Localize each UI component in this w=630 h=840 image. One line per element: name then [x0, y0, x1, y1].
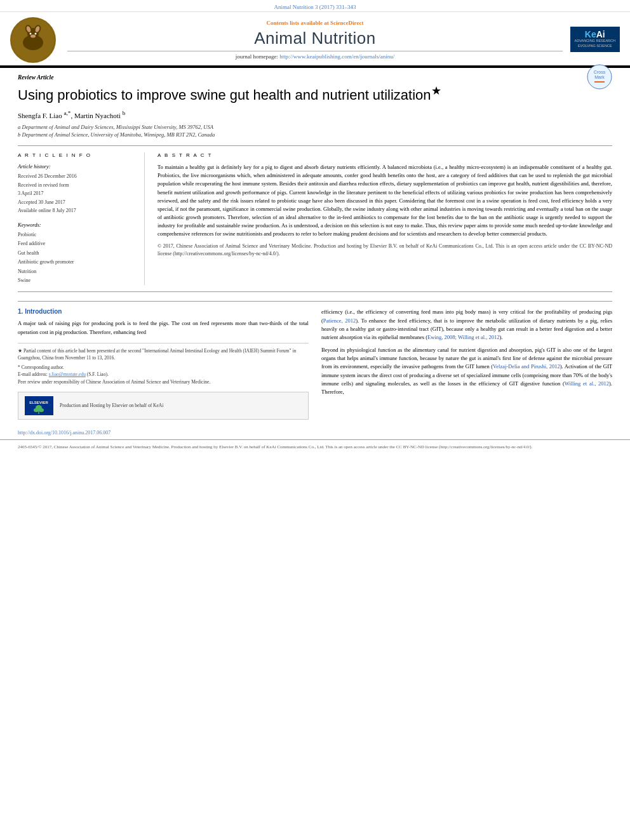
svg-point-18	[34, 408, 39, 412]
body-col-left: 1. Introduction A major task of raising …	[18, 308, 309, 420]
keai-logo-container: KeAi ADVANCING RESEARCH EVOLVING SCIENCE	[569, 27, 620, 51]
article-info-heading: A R T I C L E I N F O	[18, 152, 135, 158]
main-content: Review Article Using probiotics to impro…	[0, 68, 630, 426]
footnote-email-link[interactable]: s.liao@msstate.edu	[49, 371, 86, 377]
history-label: Article history:	[18, 163, 135, 170]
doi-anchor[interactable]: http://dx.doi.org/10.1016/j.aninu.2017.0…	[18, 430, 111, 436]
svg-point-7	[30, 33, 32, 35]
ref-ewing: Ewing, 2008; Willing et al., 2012	[427, 334, 499, 340]
kw-swine: Swine	[18, 276, 135, 285]
intro-section-title: 1. Introduction	[18, 308, 309, 315]
elsevier-box: ELSEVIER Production and Hosting by Elsev…	[18, 392, 309, 420]
keywords-label: Keywords:	[18, 222, 135, 228]
kw-feed-additive: Feed additive	[18, 239, 135, 248]
abstract-heading: A B S T R A C T	[158, 152, 612, 158]
homepage-line: journal homepage: http://www.keaipublish…	[67, 53, 563, 60]
body-col-right: efficiency (i.e., the efficiency of conv…	[321, 308, 612, 420]
article-title: Using probiotics to improve swine gut he…	[18, 83, 441, 105]
history-accepted: Accepted 30 June 2017	[18, 198, 135, 207]
svg-point-19	[39, 408, 44, 412]
keai-text: KeAi	[575, 30, 615, 39]
journal-left-logo	[10, 17, 61, 62]
elsevier-logo: ELSEVIER	[25, 396, 53, 415]
svg-text:Cross: Cross	[594, 70, 606, 74]
history-available: Available online 8 July 2017	[18, 206, 135, 215]
affiliation-b: b Department of Animal Science, Universi…	[18, 131, 612, 139]
footnote-email: E-mail address: s.liao@msstate.edu (S.F.…	[18, 371, 309, 378]
svg-point-9	[30, 35, 36, 38]
elsevier-text: Production and Hosting by Elsevier on be…	[60, 403, 163, 408]
animal-circle-logo	[10, 17, 56, 63]
crossmark-badge: Cross Mark	[587, 64, 612, 90]
kw-probiotic: Probiotic	[18, 230, 135, 239]
kw-gut-health: Gut health	[18, 249, 135, 258]
bottom-footer: 2405-6545/© 2017, Chinese Association of…	[0, 439, 630, 455]
history-received-revised: Received in revised form	[18, 181, 135, 190]
homepage-url[interactable]: http://www.keaipublishing.com/en/journal…	[279, 53, 394, 60]
article-info-column: A R T I C L E I N F O Article history: R…	[18, 152, 145, 285]
keai-logo: KeAi ADVANCING RESEARCH EVOLVING SCIENCE	[570, 27, 620, 51]
ref-patience: Patience, 2012	[323, 317, 356, 324]
footnote-section: ★ Partial content of this article had be…	[18, 343, 309, 420]
author-liao: Shengfa F. Liao a,*, Martin Nyachoti b	[18, 112, 125, 119]
kw-nutrition: Nutrition	[18, 267, 135, 276]
doi-link: http://dx.doi.org/10.1016/j.aninu.2017.0…	[0, 426, 630, 439]
svg-text:Mark: Mark	[594, 75, 605, 79]
ref-velzaj: Velzaj-Delia and Pirushi, 2012	[493, 363, 560, 370]
article-info-abstract-section: A R T I C L E I N F O Article history: R…	[18, 145, 612, 292]
footnote-star: ★ Partial content of this article had be…	[18, 347, 309, 362]
keai-sub1: ADVANCING RESEARCH	[575, 39, 615, 44]
copyright-text: © 2017, Chinese Association of Animal Sc…	[158, 243, 612, 258]
keai-sub2: EVOLVING SCIENCE	[575, 44, 615, 49]
abstract-column: A B S T R A C T To maintain a healthy gu…	[158, 152, 612, 285]
top-bar: Animal Nutrition 3 (2017) 331–343	[0, 0, 630, 12]
authors-line: Shengfa F. Liao a,*, Martin Nyachoti b	[18, 110, 612, 119]
page-wrapper: Animal Nutrition 3 (2017) 331–343	[0, 0, 630, 840]
journal-title: Animal Nutrition	[67, 29, 563, 48]
ref-willing: Willing et al., 2012	[565, 380, 609, 387]
footnote-corresponding: * Corresponding author.	[18, 364, 309, 371]
header-section: Contents lists available at ScienceDirec…	[0, 12, 630, 67]
journal-ref: Animal Nutrition 3 (2017) 331–343	[274, 4, 356, 10]
keywords-section: Keywords: Probiotic Feed additive Gut he…	[18, 222, 135, 285]
title-star: ★	[431, 84, 441, 97]
affiliations: a Department of Animal and Dairy Science…	[18, 123, 612, 140]
svg-point-8	[35, 33, 37, 35]
intro-para1: A major task of raising pigs for produci…	[18, 319, 309, 336]
footnote-peer-review: Peer review under responsibility of Chin…	[18, 378, 309, 385]
abstract-text: To maintain a healthy gut is definitely …	[158, 163, 612, 258]
article-type-label: Review Article	[18, 74, 612, 81]
header-center: Contents lists available at ScienceDirec…	[61, 20, 569, 60]
sciencedirect-line: Contents lists available at ScienceDirec…	[67, 20, 563, 26]
kw-antibiotic: Antibiotic growth promoter	[18, 258, 135, 267]
affiliation-a: a Department of Animal and Dairy Science…	[18, 123, 612, 131]
history-revised-date: 3 April 2017	[18, 189, 135, 198]
body-two-col: 1. Introduction A major task of raising …	[18, 308, 612, 420]
section-divider	[18, 301, 612, 302]
svg-text:ELSEVIER: ELSEVIER	[29, 401, 48, 404]
intro-para2: efficiency (i.e., the efficiency of conv…	[321, 308, 612, 396]
history-received: Received 26 December 2016	[18, 172, 135, 181]
